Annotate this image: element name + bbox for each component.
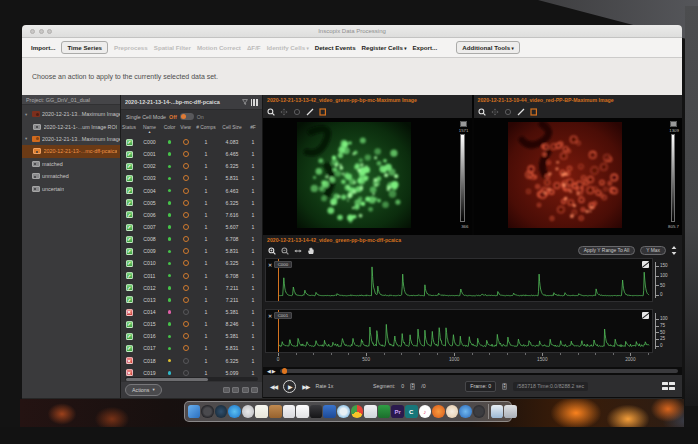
h-range-icon[interactable] [294, 247, 302, 255]
color-dot[interactable] [168, 274, 172, 278]
accepted-checkbox[interactable]: ✓ [126, 175, 133, 182]
red-fluorescence-image[interactable] [508, 122, 622, 228]
view-toggle-icon[interactable] [183, 345, 189, 351]
accepted-checkbox[interactable]: ✓ [126, 139, 133, 146]
column-header-comps[interactable]: # Comps [194, 125, 218, 136]
zoom-area-icon[interactable] [504, 108, 512, 116]
pan-icon[interactable] [491, 108, 499, 116]
tree-item-0[interactable]: ▾2020-12-21-13...Maximum Image [22, 108, 120, 120]
export-icon-4[interactable] [251, 387, 258, 394]
view-toggle-icon[interactable] [183, 188, 189, 194]
actions-button[interactable]: Actions ▾ [125, 384, 162, 396]
color-dot[interactable] [168, 189, 172, 193]
horizontal-scrollbar[interactable] [125, 377, 258, 381]
green-fluorescence-image[interactable] [297, 122, 411, 228]
color-dot[interactable] [168, 165, 172, 169]
cell-row-C013[interactable]: ✓C01317.2111 [121, 294, 262, 306]
color-dot[interactable] [168, 201, 172, 205]
cell-row-C010[interactable]: ✓C01016.3251 [121, 257, 262, 269]
rate-label[interactable]: Rate 1x [315, 383, 333, 389]
y-max-button[interactable]: Y Max [640, 246, 666, 256]
tree-item-4[interactable]: matched [22, 158, 120, 170]
color-dot[interactable] [168, 225, 172, 229]
colorbar[interactable] [460, 134, 465, 222]
accepted-checkbox[interactable]: ✓ [126, 224, 133, 231]
accepted-checkbox[interactable]: ✓ [126, 187, 133, 194]
close-window-button[interactable] [30, 29, 35, 34]
color-dot[interactable] [168, 310, 172, 314]
mode-off-label[interactable]: Off [169, 114, 177, 120]
view-toggle-icon[interactable] [183, 236, 189, 242]
column-header-name[interactable]: Name▴ [137, 125, 162, 136]
tree-item-6[interactable]: uncertain [22, 182, 120, 194]
zoom-icon[interactable] [267, 108, 275, 116]
accepted-checkbox[interactable]: ✓ [126, 296, 133, 303]
cell-row-C005[interactable]: ✓C00516.3251 [121, 197, 262, 209]
column-header-f[interactable]: #F [246, 125, 260, 136]
scrub-arrows[interactable]: ◀▶ [267, 368, 277, 374]
toolbar-button-detect-events[interactable]: Detect Events [315, 44, 356, 51]
view-toggle-icon[interactable] [183, 333, 189, 339]
view-toggle-icon[interactable] [183, 260, 189, 266]
dock-icon-preview[interactable] [364, 405, 377, 418]
cell-row-C003[interactable]: ✓C00315.8311 [121, 172, 262, 184]
segment-stepper[interactable]: ▲▼ [410, 383, 415, 390]
dock-icon-music[interactable]: ♪ [419, 405, 432, 418]
export-icon-3[interactable] [242, 387, 249, 394]
cell-row-C012[interactable]: ✓C01217.2111 [121, 282, 262, 294]
close-trace-icon[interactable]: ✕ [268, 262, 272, 268]
trace-panel-C000[interactable]: ✕C000 [265, 258, 653, 302]
dock-icon-c-app[interactable]: C [405, 405, 418, 418]
cell-row-C007[interactable]: ✓C00715.6071 [121, 221, 262, 233]
zoom-window-button[interactable] [47, 29, 52, 34]
line-tool-icon[interactable] [306, 108, 314, 116]
cell-row-C011[interactable]: ✓C01116.7081 [121, 270, 262, 282]
dock-icon-safari[interactable] [228, 405, 241, 418]
dock-icon-appstore[interactable] [242, 405, 255, 418]
view-toggle-icon[interactable] [183, 175, 189, 181]
dock-icon-notes[interactable] [255, 405, 268, 418]
cell-row-C017[interactable]: ✓C01715.8311 [121, 342, 262, 354]
cell-row-C004[interactable]: ✓C00416.4631 [121, 185, 262, 197]
dock-icon-play-green[interactable] [378, 405, 391, 418]
color-dot[interactable] [168, 359, 172, 363]
dock-icon-downloads[interactable] [491, 405, 504, 418]
dock-icon-photos-dark[interactable] [215, 405, 228, 418]
cell-row-C001[interactable]: ✓C00116.4651 [121, 148, 262, 160]
cell-row-C019[interactable]: ✕C01915.0991 [121, 367, 262, 376]
minimize-window-button[interactable] [39, 29, 44, 34]
pan-hand-icon[interactable] [307, 247, 315, 255]
zoom-icon[interactable] [478, 108, 486, 116]
dock-icon-trash[interactable] [504, 405, 517, 418]
accepted-checkbox[interactable]: ✓ [126, 163, 133, 170]
accepted-checkbox[interactable]: ✓ [126, 272, 133, 279]
accepted-checkbox[interactable]: ✓ [126, 321, 133, 328]
dock-icon-premiere[interactable]: Pr [391, 405, 404, 418]
rejected-checkbox[interactable]: ✕ [126, 357, 133, 364]
tree-expand-caret[interactable]: ▾ [25, 112, 29, 117]
tree-item-3[interactable]: 2020-12-21-13-...mc-dff-pcaica [22, 145, 120, 157]
dock-icon-safari-alt[interactable] [459, 405, 472, 418]
red-viewer-content[interactable]: 1309 805.7 [474, 118, 683, 235]
cell-row-C018[interactable]: ✕C01816.3251 [121, 355, 262, 367]
column-header-color[interactable]: Color [162, 125, 177, 136]
view-toggle-icon[interactable] [183, 163, 189, 169]
view-toggle-icon[interactable] [183, 358, 189, 364]
accepted-checkbox[interactable]: ✓ [126, 333, 133, 340]
vertical-range-icon[interactable] [671, 246, 677, 255]
color-dot[interactable] [168, 371, 172, 375]
fast-forward-button[interactable]: ▶▶ [302, 383, 309, 390]
tree-item-1[interactable]: 2020-12-21-1-...um Image ROI [22, 120, 120, 132]
tree-item-2[interactable]: ▾2020-12-21-13...Maximum Image [22, 133, 120, 145]
view-toggle-icon[interactable] [183, 212, 189, 218]
roi-rect-icon[interactable] [319, 108, 327, 116]
dock-icon-mail[interactable] [283, 405, 296, 418]
accepted-checkbox[interactable]: ✓ [126, 211, 133, 218]
toolbar-button-import[interactable]: Import... [31, 44, 55, 51]
view-toggle-icon[interactable] [183, 273, 189, 279]
color-dot[interactable] [168, 140, 172, 144]
dock-icon-chrome[interactable] [351, 405, 364, 418]
color-dot[interactable] [168, 177, 172, 181]
view-toggle-icon[interactable] [183, 248, 189, 254]
view-toggle-icon[interactable] [183, 139, 189, 145]
